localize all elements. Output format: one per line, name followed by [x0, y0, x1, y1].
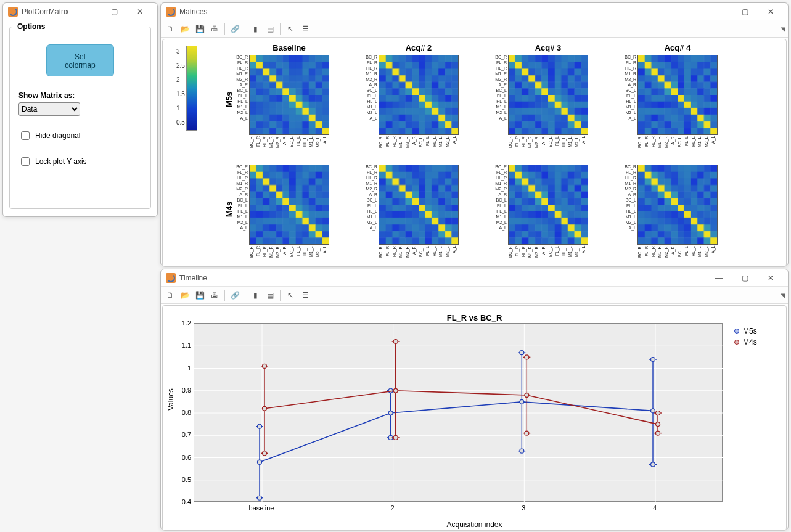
- row-label: M5s: [224, 92, 234, 107]
- app-icon: [166, 273, 176, 283]
- column-title: Acq# 3: [499, 43, 597, 52]
- column-title: Acq# 2: [369, 43, 468, 52]
- svg-point-15: [258, 496, 262, 500]
- matrix-x-ticks: BC_RFL_RHL_RM1_RM2_RA_RBC_LFL_LHL_LM1_LM…: [379, 136, 459, 150]
- edit-plot-icon[interactable]: ↖: [284, 289, 297, 302]
- open-property-inspector-icon[interactable]: ☰: [298, 22, 312, 36]
- window-title: PlotCorrMatrix: [22, 7, 76, 16]
- new-figure-icon[interactable]: 🗋: [163, 289, 177, 302]
- toolbar-separator: [224, 290, 225, 301]
- svg-point-44: [393, 435, 398, 440]
- print-icon[interactable]: 🖶: [208, 22, 221, 36]
- titlebar[interactable]: Timeline — ▢ ✕: [161, 269, 788, 287]
- lock-y-checkbox[interactable]: [21, 157, 30, 166]
- toolbar-overflow-icon[interactable]: ◥: [781, 292, 785, 298]
- correlation-matrix[interactable]: [379, 165, 459, 245]
- toolbar-separator: [245, 23, 245, 35]
- maximize-button[interactable]: ▢: [732, 5, 757, 18]
- x-tick-label: baseline: [249, 504, 274, 512]
- matrix-x-ticks: BC_RFL_RHL_RM1_RM2_RA_RBC_LFL_LHL_LM1_LM…: [379, 246, 459, 260]
- column-title: Acq# 4: [628, 43, 727, 52]
- matrices-figure-area[interactable]: 32.521.510.5 BaselineAcq# 2Acq# 3Acq# 4M…: [162, 39, 787, 267]
- legend-marker-icon: [734, 340, 739, 345]
- chart-title: FL_R vs BC_R: [163, 313, 786, 322]
- titlebar[interactable]: PlotCorrMatrix — ▢ ✕: [3, 3, 157, 20]
- y-tick-label: 0.7: [176, 431, 191, 438]
- svg-point-56: [656, 411, 660, 415]
- panel-legend: Options: [15, 22, 47, 31]
- hide-diagonal-row[interactable]: Hide diagonal: [18, 129, 142, 142]
- toolbar-separator: [280, 23, 281, 35]
- matrix-x-ticks: BC_RFL_RHL_RM1_RM2_RA_RBC_LFL_LHL_LM1_LM…: [508, 136, 588, 150]
- correlation-matrix[interactable]: [249, 165, 329, 245]
- minimize-button[interactable]: —: [707, 5, 731, 18]
- correlation-matrix[interactable]: [249, 55, 329, 135]
- toolbar-overflow-icon[interactable]: ◥: [781, 25, 785, 32]
- y-tick-label: 1.1: [176, 342, 191, 349]
- edit-plot-icon[interactable]: ↖: [284, 22, 297, 36]
- toolbar-separator: [224, 23, 225, 35]
- x-tick-label: 3: [522, 504, 525, 512]
- save-icon[interactable]: 💾: [193, 22, 207, 36]
- matrix-y-ticks: BC_RFL_RHL_RM1_RM2_RA_RBC_LFL_LHL_LM1_LM…: [493, 55, 507, 121]
- correlation-matrix[interactable]: [379, 55, 459, 135]
- legend-marker-icon: [734, 329, 739, 334]
- maximize-button[interactable]: ▢: [102, 5, 126, 18]
- y-tick-label: 0.9: [176, 387, 191, 394]
- set-colormap-button[interactable]: Set colormap: [46, 44, 114, 76]
- y-tick-label: 0.5: [176, 476, 191, 483]
- correlation-matrix[interactable]: [637, 55, 718, 135]
- titlebar[interactable]: Matrices — ▢ ✕: [161, 3, 788, 20]
- hide-diagonal-checkbox[interactable]: [21, 131, 30, 140]
- y-tick-label: 0.4: [176, 498, 191, 505]
- set-colormap-line1: Set: [75, 52, 86, 61]
- svg-point-41: [263, 364, 267, 368]
- correlation-matrix[interactable]: [508, 55, 588, 135]
- svg-point-46: [393, 340, 398, 344]
- correlation-matrix[interactable]: [508, 165, 588, 245]
- matrix-y-ticks: BC_RFL_RHL_RM1_RM2_RA_RBC_LFL_LHL_LM1_LM…: [364, 165, 377, 231]
- svg-point-58: [393, 388, 398, 393]
- legend-entry: M5s: [734, 325, 776, 337]
- show-matrix-as-select[interactable]: Data: [18, 102, 80, 116]
- matrix-y-ticks: BC_RFL_RHL_RM1_RM2_RA_RBC_LFL_LHL_LM1_LM…: [493, 165, 507, 231]
- open-icon[interactable]: 📂: [178, 289, 192, 302]
- close-button[interactable]: ✕: [128, 5, 152, 18]
- insert-legend-icon[interactable]: ▤: [263, 22, 277, 36]
- lock-y-row[interactable]: Lock plot Y axis: [18, 155, 142, 168]
- minimize-button[interactable]: —: [76, 5, 100, 18]
- svg-point-33: [258, 460, 262, 464]
- window-matrices: Matrices — ▢ ✕ 🗋 📂 💾 🖶 🔗 ▮ ▤ ↖ ☰ ◥ 32.52…: [160, 2, 789, 266]
- window-title: Timeline: [179, 274, 707, 282]
- insert-colorbar-icon[interactable]: ▮: [248, 22, 262, 36]
- legend[interactable]: M5s M4s: [731, 323, 780, 350]
- plot-area[interactable]: [194, 323, 723, 502]
- options-panel: Options Set colormap Show Matrix as: Dat…: [9, 27, 151, 209]
- y-tick-label: 0.8: [176, 409, 191, 416]
- open-icon[interactable]: 📂: [178, 22, 192, 36]
- save-icon[interactable]: 💾: [193, 289, 207, 302]
- print-icon[interactable]: 🖶: [208, 289, 221, 302]
- matrix-x-ticks: BC_RFL_RHL_RM1_RM2_RA_RBC_LFL_LHL_LM1_LM…: [637, 246, 718, 260]
- timeline-figure-area[interactable]: FL_R vs BC_R Values Acquisition index M5…: [162, 305, 787, 531]
- open-property-inspector-icon[interactable]: ☰: [298, 289, 312, 302]
- legend-entry: M4s: [734, 337, 776, 348]
- correlation-matrix[interactable]: [637, 165, 718, 245]
- close-button[interactable]: ✕: [758, 271, 783, 285]
- insert-colorbar-icon[interactable]: ▮: [248, 289, 262, 302]
- maximize-button[interactable]: ▢: [732, 271, 757, 285]
- link-icon[interactable]: 🔗: [228, 289, 242, 302]
- window-title: Matrices: [179, 7, 707, 16]
- minimize-button[interactable]: —: [707, 271, 731, 285]
- link-icon[interactable]: 🔗: [228, 22, 242, 36]
- svg-point-17: [258, 424, 262, 428]
- matrix-y-ticks: BC_RFL_RHL_RM1_RM2_RA_RBC_LFL_LHL_LM1_LM…: [623, 55, 636, 121]
- x-axis-label: Acquisition index: [163, 520, 786, 529]
- svg-point-34: [388, 411, 393, 415]
- close-button[interactable]: ✕: [758, 5, 783, 18]
- insert-legend-icon[interactable]: ▤: [263, 289, 277, 302]
- matrix-y-ticks: BC_RFL_RHL_RM1_RM2_RA_RBC_LFL_LHL_LM1_LM…: [623, 165, 636, 231]
- matrix-y-ticks: BC_RFL_RHL_RM1_RM2_RA_RBC_LFL_LHL_LM1_LM…: [234, 55, 248, 121]
- svg-point-60: [656, 422, 660, 427]
- new-figure-icon[interactable]: 🗋: [163, 22, 177, 36]
